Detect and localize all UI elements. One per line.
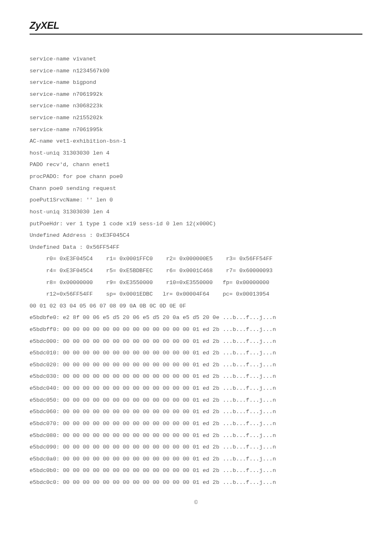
log-line: 00 01 02 03 04 05 06 07 08 09 0A 0B 0C 0… — [30, 301, 362, 312]
log-line: host-uniq 31303030 len 4 — [30, 148, 362, 160]
log-output: service-name vivanetservice-name n123456… — [30, 53, 362, 489]
log-line: e5bdbfe0: e2 8f 00 06 e5 d5 20 06 e5 d5 … — [30, 312, 362, 324]
log-line: AC-name vet1-exhibition-bsn-1 — [30, 136, 362, 148]
log-line: putPoeHdr: ver 1 type 1 code x19 sess-id… — [30, 218, 362, 230]
log-line: service-name n3068223k — [30, 100, 362, 112]
log-line: Chann poe0 sending request — [30, 183, 362, 195]
copyright-symbol: © — [194, 500, 198, 505]
header-rule — [30, 34, 362, 35]
log-line: e5bdc080: 00 00 00 00 00 00 00 00 00 00 … — [30, 430, 362, 442]
log-line: service-name vivanet — [30, 53, 362, 65]
page-header: ZyXEL — [30, 20, 362, 31]
log-line: service-name n1234567k00 — [30, 65, 362, 77]
log-line: e5bdc090: 00 00 00 00 00 00 00 00 00 00 … — [30, 442, 362, 453]
log-line: e5bdc060: 00 00 00 00 00 00 00 00 00 00 … — [30, 406, 362, 418]
log-line: r0= 0xE3F045C4 r1= 0x0001FFC0 r2= 0x0000… — [30, 253, 362, 265]
log-line: service-name n7061992k — [30, 89, 362, 101]
log-line: service-name n7061995k — [30, 124, 362, 136]
log-line: e5bdc0a0: 00 00 00 00 00 00 00 00 00 00 … — [30, 453, 362, 465]
log-line: e5bdc0b0: 00 00 00 00 00 00 00 00 00 00 … — [30, 465, 362, 477]
log-line: e5bdbff0: 00 00 00 00 00 00 00 00 00 00 … — [30, 324, 362, 336]
brand-logo: ZyXEL — [30, 20, 59, 31]
log-line: e5bdc010: 00 00 00 00 00 00 00 00 00 00 … — [30, 347, 362, 359]
log-line: r8= 0x00000000 r9= 0xE3550000 r10=0xE355… — [30, 277, 362, 289]
log-line: e5bdc040: 00 00 00 00 00 00 00 00 00 00 … — [30, 383, 362, 395]
log-line: e5bdc000: 00 00 00 00 00 00 00 00 00 00 … — [30, 336, 362, 348]
log-line: r12=0x56FF54FF sp= 0x0001EDBC lr= 0x0000… — [30, 289, 362, 301]
log-line: service-name bigpond — [30, 77, 362, 89]
page-footer: © — [30, 500, 362, 505]
log-line: service-name n2155202k — [30, 112, 362, 124]
log-line: Undefined Data : 0x56FF54FF — [30, 242, 362, 254]
log-line: r4= 0xE3F045C4 r5= 0xE5BDBFEC r6= 0x0001… — [30, 265, 362, 277]
log-line: host-uniq 31303030 len 4 — [30, 206, 362, 218]
log-line: e5bdc0c0: 00 00 00 00 00 00 00 00 00 00 … — [30, 477, 362, 489]
log-line: procPADO: for poe chann poe0 — [30, 171, 362, 183]
log-line: PADO recv'd, chann enet1 — [30, 159, 362, 171]
log-line: e5bdc020: 00 00 00 00 00 00 00 00 00 00 … — [30, 359, 362, 371]
log-line: Undefined Address : 0xE3F045C4 — [30, 230, 362, 242]
log-line: e5bdc070: 00 00 00 00 00 00 00 00 00 00 … — [30, 418, 362, 430]
log-line: e5bdc030: 00 00 00 00 00 00 00 00 00 00 … — [30, 371, 362, 383]
log-line: poePut1SrvcName: '' len 0 — [30, 194, 362, 206]
log-line: e5bdc050: 00 00 00 00 00 00 00 00 00 00 … — [30, 395, 362, 407]
